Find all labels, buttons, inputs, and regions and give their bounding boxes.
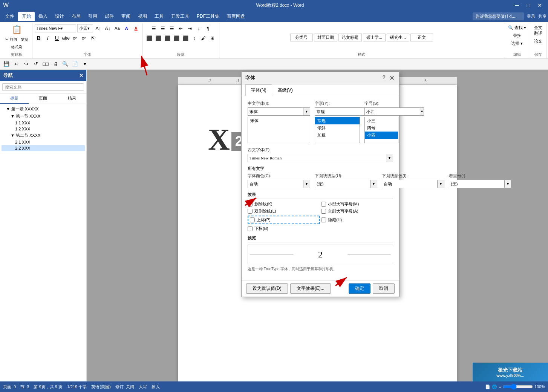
- zoom-slider[interactable]: [503, 384, 533, 390]
- save-button[interactable]: 💾: [2, 60, 11, 68]
- font-color-input[interactable]: [248, 180, 303, 188]
- customize-toolbar-button[interactable]: ▾: [81, 60, 89, 68]
- font-dialog-launcher[interactable]: ⇱: [89, 34, 97, 42]
- align-center-button[interactable]: ⬛: [154, 34, 162, 42]
- menu-item-10[interactable]: 开发工具: [167, 12, 193, 21]
- double-strikethrough-check[interactable]: [248, 209, 253, 214]
- underline-color-input[interactable]: [382, 180, 438, 188]
- chinese-font-arrow[interactable]: ▼: [303, 107, 310, 116]
- all-caps-checkbox[interactable]: 全部大写字母(A): [321, 208, 393, 214]
- font-name-input[interactable]: [35, 24, 76, 32]
- subscript-checkbox[interactable]: 下标(B): [248, 226, 320, 231]
- style-thesis-title[interactable]: 论文标题: [338, 34, 362, 41]
- bold-button[interactable]: B: [35, 34, 43, 42]
- increase-indent-button[interactable]: ⇥: [186, 24, 194, 32]
- shrink-font-button[interactable]: A↓: [104, 24, 112, 32]
- maximize-button[interactable]: □: [523, 0, 534, 11]
- double-strikethrough-checkbox[interactable]: 双删除线(L): [248, 208, 320, 214]
- justify-button[interactable]: ⬛: [172, 34, 181, 42]
- menu-item-6[interactable]: 邮件: [101, 12, 118, 21]
- column-button[interactable]: ⬛: [181, 34, 190, 42]
- tell-me-input[interactable]: 告诉我您想要做什么...: [473, 12, 524, 20]
- new-doc-button[interactable]: 📄: [71, 60, 79, 68]
- grow-font-button[interactable]: A↑: [94, 24, 103, 32]
- menu-item-11[interactable]: PDF工具集: [193, 12, 223, 21]
- clear-format-button[interactable]: Aa: [113, 24, 121, 32]
- find-button[interactable]: 🔍 查找 ▾: [507, 24, 528, 31]
- small-caps-check[interactable]: [321, 202, 326, 207]
- align-right-button[interactable]: ⬛: [163, 34, 171, 42]
- emphasis-input[interactable]: [449, 180, 505, 188]
- font-color-arrow[interactable]: ▼: [303, 180, 310, 188]
- view-mode-print[interactable]: 📄: [485, 384, 490, 389]
- numbering-button[interactable]: ☰: [159, 24, 167, 32]
- subscript-check[interactable]: [248, 226, 253, 231]
- font-color-button[interactable]: A: [132, 24, 140, 32]
- menu-item-5[interactable]: 引用: [84, 12, 101, 21]
- nav-section12[interactable]: ▼ 第二节 XXXX: [2, 132, 85, 139]
- borders-button[interactable]: ⊞: [208, 34, 217, 42]
- emphasis-arrow[interactable]: ▼: [505, 180, 511, 188]
- align-left-button[interactable]: ⬛: [145, 34, 153, 42]
- login-btn[interactable]: 登录: [527, 14, 535, 19]
- style-regular[interactable]: 常规: [315, 117, 360, 124]
- style-italic[interactable]: 倾斜: [315, 124, 360, 132]
- size-input[interactable]: [364, 107, 420, 116]
- ok-button[interactable]: 确定: [349, 283, 370, 294]
- sidebar-pin-button[interactable]: ✕: [79, 73, 83, 78]
- menu-item-9[interactable]: 工具: [151, 12, 167, 21]
- style-input[interactable]: [315, 107, 370, 116]
- western-font-arrow[interactable]: ▼: [386, 154, 393, 162]
- size-sihao[interactable]: 四号: [365, 124, 398, 132]
- size-listbox[interactable]: 小三 四号 小四: [364, 117, 398, 143]
- bullets-button[interactable]: ☰: [150, 24, 158, 32]
- superscript-checkbox[interactable]: 上标(P): [248, 216, 320, 224]
- redo-button[interactable]: ↪: [22, 60, 30, 68]
- underline-style-input[interactable]: [315, 180, 370, 188]
- close-button[interactable]: ✕: [534, 0, 545, 11]
- style-master[interactable]: 硕士学...: [363, 34, 386, 41]
- view-mode-outline[interactable]: ≡: [499, 384, 501, 389]
- font-size-input[interactable]: [77, 24, 93, 32]
- view-mode-web[interactable]: 🌐: [492, 384, 497, 389]
- chinese-font-input[interactable]: [248, 107, 303, 116]
- menu-item-0[interactable]: 文件: [2, 12, 18, 21]
- dialog-help-button[interactable]: ?: [382, 74, 386, 82]
- underline-color-arrow[interactable]: ▼: [438, 180, 444, 188]
- highlight-button[interactable]: A: [122, 24, 131, 32]
- tab-headings[interactable]: 标题: [0, 93, 29, 104]
- dialog-tab-font[interactable]: 字体(N): [245, 84, 272, 96]
- italic-button[interactable]: I: [44, 34, 52, 42]
- show-formatting-button[interactable]: ¶: [204, 24, 212, 32]
- dialog-tab-advanced[interactable]: 高级(V): [272, 84, 298, 96]
- style-bold[interactable]: 加粗: [315, 132, 360, 139]
- text-effects-button[interactable]: 文字效果(E)...: [290, 283, 331, 294]
- sort-button[interactable]: ↕: [195, 24, 203, 32]
- nav-sec111[interactable]: 1.1 XXX: [2, 120, 85, 126]
- line-spacing-button[interactable]: ↕: [190, 34, 199, 42]
- font-option-song[interactable]: 宋体: [248, 117, 310, 124]
- nav-sec121[interactable]: 2.1 XXX: [2, 139, 85, 145]
- print-button[interactable]: 🖨: [51, 60, 60, 68]
- small-caps-checkbox[interactable]: 小型大写字母(M): [321, 201, 393, 207]
- full-translate-button[interactable]: 全文翻译: [533, 24, 544, 37]
- copy-button[interactable]: 复制: [19, 36, 30, 43]
- size-xiaosan[interactable]: 小三: [365, 117, 398, 124]
- select-button[interactable]: 选择 ▾: [510, 40, 524, 47]
- size-arrow[interactable]: ▼: [420, 107, 424, 116]
- superscript-check[interactable]: [250, 217, 255, 222]
- menu-item-7[interactable]: 审阅: [118, 12, 134, 21]
- strikethrough-button[interactable]: abc: [62, 34, 70, 42]
- cancel-button[interactable]: 取消: [373, 283, 395, 294]
- style-category[interactable]: 分类号: [290, 34, 313, 41]
- zoom-button[interactable]: 🔍: [61, 60, 69, 68]
- cut-button[interactable]: ✂ 剪切: [4, 36, 18, 43]
- style-listbox[interactable]: 常规 倾斜 加粗: [315, 117, 360, 143]
- western-font-input[interactable]: [248, 154, 386, 162]
- superscript-button[interactable]: x2: [80, 34, 88, 42]
- hidden-checkbox[interactable]: 隐藏(H): [321, 216, 393, 224]
- all-caps-check[interactable]: [321, 209, 326, 214]
- menu-item-12[interactable]: 百度网盘: [223, 12, 249, 21]
- strikethrough-checkbox[interactable]: 删除线(K): [248, 201, 320, 207]
- chinese-font-listbox[interactable]: 宋体: [248, 117, 310, 143]
